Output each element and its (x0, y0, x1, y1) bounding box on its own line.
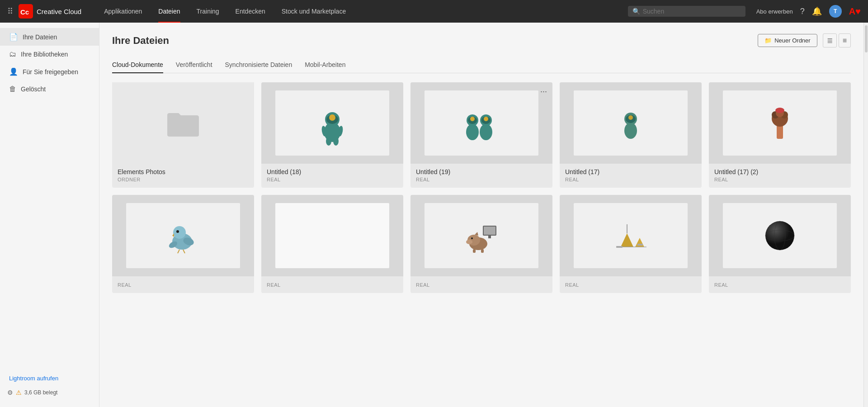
svg-point-29 (173, 226, 186, 239)
svg-point-5 (329, 114, 335, 121)
storage-label: 3,6 GB belegt (24, 389, 57, 396)
file-type-sphere: REAL (714, 282, 845, 288)
file-thumbnail-17-2 (709, 82, 851, 164)
sidebar: 📄 Ihre Dateien 🗂 Ihre Bibliotheken 👤 Für… (0, 23, 99, 407)
settings-icon[interactable]: ⚙ (7, 389, 13, 396)
figure-17-svg (617, 103, 644, 143)
file-type-cones: REAL (565, 282, 696, 288)
search-input[interactable] (643, 8, 741, 15)
sidebar-bottom: Lightroom aufrufen ⚙ ⚠ 3,6 GB belegt (0, 368, 99, 402)
file-card-18[interactable]: Untitled (18) REAL (261, 82, 403, 188)
svg-rect-50 (616, 246, 623, 248)
scrollbar[interactable] (863, 23, 868, 407)
svg-point-9 (333, 137, 339, 146)
nav-right: Abo erwerben ? 🔔 T A♥ (756, 5, 861, 18)
nav-links: Applikationen Dateien Training Entdecken… (96, 0, 627, 23)
svg-point-10 (466, 124, 479, 140)
file-name-18: Untitled (18) (267, 168, 398, 175)
svg-point-21 (628, 115, 633, 120)
file-type-19: REAL (416, 177, 547, 182)
sidebar-item-freigegeben[interactable]: 👤 Für Sie freigegeben (0, 63, 99, 80)
boar-svg (461, 218, 502, 254)
thumb-inner-empty (275, 203, 389, 268)
file-name: Elements Photos (118, 168, 249, 175)
content-header: Ihre Dateien 📁 Neuer Ordner ≣ ≡ (112, 33, 851, 47)
card-menu-19[interactable]: ··· (538, 86, 549, 97)
notification-icon[interactable]: 🔔 (812, 6, 822, 16)
file-card-empty[interactable]: REAL (261, 195, 403, 293)
nav-stock[interactable]: Stock und Marketplace (274, 0, 354, 23)
thumb-inner-boar (425, 203, 538, 268)
sidebar-label-geloescht: Gelöscht (21, 85, 46, 93)
figure-19-svg (457, 100, 506, 146)
svg-point-17 (484, 117, 488, 121)
library-icon: 🗂 (9, 50, 16, 58)
sidebar-label-freigegeben: Für Sie freigegeben (23, 68, 78, 76)
file-card-17[interactable]: Untitled (17) REAL (560, 82, 702, 188)
folder-thumbnail (112, 82, 254, 164)
file-card-cones[interactable]: REAL (560, 195, 702, 293)
grid-icon[interactable]: ⠿ (7, 6, 13, 16)
nav-dateien[interactable]: Dateien (150, 0, 188, 23)
tabs: Cloud-Dokumente Veröffentlicht Synchroni… (112, 57, 851, 73)
file-card-19[interactable]: Untitled (19) ··· REAL (410, 82, 552, 188)
search-icon: 🔍 (632, 8, 640, 15)
file-type: ORDNER (118, 177, 249, 182)
svg-rect-44 (473, 249, 476, 253)
abo-button[interactable]: Abo erwerben (756, 8, 793, 15)
tab-synchronisierte[interactable]: Synchronisierte Dateien (225, 57, 292, 73)
svg-point-14 (480, 124, 492, 140)
file-card-bird[interactable]: REAL (112, 195, 254, 293)
svg-text:Cc: Cc (20, 8, 29, 16)
sidebar-item-bibliotheken[interactable]: 🗂 Ihre Bibliotheken (0, 46, 99, 63)
svg-rect-22 (777, 125, 783, 139)
page-title: Ihre Dateien (112, 35, 169, 47)
avatar[interactable]: T (829, 5, 842, 18)
file-card-boar[interactable]: REAL (410, 195, 552, 293)
file-meta-18: Untitled (18) REAL (261, 164, 403, 188)
tab-cloud-dokumente[interactable]: Cloud-Dokumente (112, 57, 163, 73)
nav-applikationen[interactable]: Applikationen (96, 0, 150, 23)
list-detail-view-button[interactable]: ≣ (823, 33, 837, 47)
file-meta-17-2: Untitled (17) (2) REAL (709, 164, 851, 188)
file-card-sphere[interactable]: REAL (709, 195, 851, 293)
svg-rect-37 (484, 227, 495, 235)
file-card-folder[interactable]: Elements Photos ORDNER (112, 82, 254, 188)
file-grid-row2: REAL REAL (112, 195, 851, 293)
svg-rect-45 (481, 249, 484, 253)
lightroom-link[interactable]: Lightroom aufrufen (7, 373, 92, 383)
new-folder-button[interactable]: 📁 Neuer Ordner (758, 34, 817, 47)
tab-mobil[interactable]: Mobil-Arbeiten (305, 57, 345, 73)
thumb-inner-19 (425, 90, 538, 156)
list-view-button[interactable]: ≡ (839, 33, 851, 47)
file-card-17-2[interactable]: Untitled (17) (2) REAL (709, 82, 851, 188)
help-icon[interactable]: ? (800, 7, 805, 16)
sidebar-label-dateien: Ihre Dateien (23, 33, 57, 41)
scrollbar-thumb[interactable] (865, 25, 868, 52)
main-layout: 📄 Ihre Dateien 🗂 Ihre Bibliotheken 👤 Für… (0, 23, 868, 407)
file-name-17-2: Untitled (17) (2) (714, 168, 845, 175)
nav-entdecken[interactable]: Entdecken (227, 0, 274, 23)
new-folder-label: Neuer Ordner (774, 37, 810, 44)
file-meta-empty: REAL (261, 276, 403, 293)
adobe-logo[interactable]: A♥ (849, 6, 861, 17)
file-meta-boar: REAL (410, 276, 552, 293)
file-meta-17: Untitled (17) REAL (560, 164, 702, 188)
file-meta-bird: REAL (112, 276, 254, 293)
figure-gift-svg (764, 100, 796, 146)
svg-point-52 (765, 221, 794, 250)
svg-line-34 (178, 250, 179, 253)
sidebar-item-geloescht[interactable]: 🗑 Gelöscht (0, 80, 99, 98)
file-thumbnail-bird (112, 195, 254, 276)
tab-veroeffentlicht[interactable]: Veröffentlicht (176, 57, 212, 73)
nav-training[interactable]: Training (189, 0, 227, 23)
main-content: Ihre Dateien 📁 Neuer Ordner ≣ ≡ Cloud-Do… (99, 23, 863, 407)
top-nav: ⠿ Cc Creative Cloud Applikationen Dateie… (0, 0, 868, 23)
sidebar-item-dateien[interactable]: 📄 Ihre Dateien (0, 28, 99, 46)
file-meta-19: Untitled (19) ··· REAL (410, 164, 552, 188)
svg-marker-46 (621, 233, 633, 247)
header-actions: 📁 Neuer Ordner ≣ ≡ (758, 33, 851, 47)
svg-point-42 (471, 237, 473, 239)
figure-18-svg (314, 100, 350, 146)
svg-point-8 (326, 137, 331, 146)
